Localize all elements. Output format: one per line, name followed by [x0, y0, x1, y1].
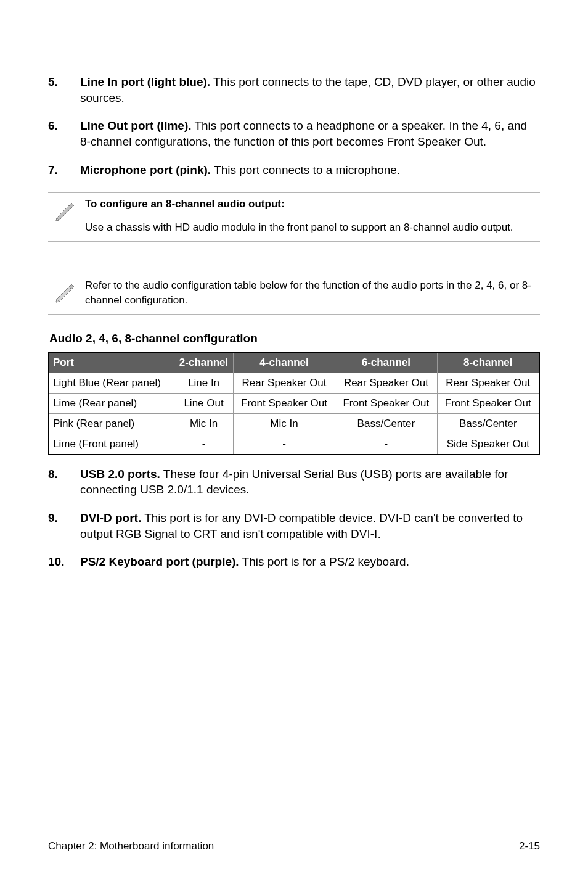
cell: Bass/Center: [437, 413, 539, 434]
cell: Rear Speaker Out: [437, 373, 539, 393]
item-body: DVI-D port. This port is for any DVI-D c…: [80, 510, 540, 542]
item-lead: Line In port (light blue).: [80, 75, 210, 88]
note-block: Refer to the audio configuration table b…: [48, 274, 540, 315]
cell: Mic In: [233, 413, 335, 434]
cell: Light Blue (Rear panel): [49, 373, 174, 393]
cell: Pink (Rear panel): [49, 413, 174, 434]
table-row: Lime (Rear panel) Line Out Front Speaker…: [49, 393, 539, 413]
note-body: Use a chassis with HD audio module in th…: [85, 220, 536, 235]
item-body: Line In port (light blue). This port con…: [80, 74, 540, 105]
cell: Rear Speaker Out: [233, 373, 335, 393]
table-row: Pink (Rear panel) Mic In Mic In Bass/Cen…: [49, 413, 539, 434]
cell: Line In: [174, 373, 234, 393]
table-row: Light Blue (Rear panel) Line In Rear Spe…: [49, 373, 539, 393]
list-item: 7. Microphone port (pink). This port con…: [48, 162, 540, 178]
table-header-row: Port 2-channel 4-channel 6-channel 8-cha…: [49, 352, 539, 373]
item-number: 9.: [48, 510, 80, 542]
item-body: USB 2.0 ports. These four 4-pin Universa…: [80, 466, 540, 498]
col-4ch: 4-channel: [233, 352, 335, 373]
item-text: This port is for any DVI-D compatible de…: [80, 511, 523, 540]
item-body: PS/2 Keyboard port (purple). This port i…: [80, 554, 540, 570]
cell: -: [233, 434, 335, 455]
cell: Mic In: [174, 413, 234, 434]
footer-chapter: Chapter 2: Motherboard information: [48, 840, 214, 852]
item-lead: Line Out port (lime).: [80, 119, 192, 132]
note-text: To configure an 8-channel audio output: …: [85, 197, 540, 235]
cell: Front Speaker Out: [233, 393, 335, 413]
note-body: Refer to the audio configuration table b…: [85, 278, 536, 308]
item-text: This port is for a PS/2 keyboard.: [239, 555, 409, 568]
item-number: 5.: [48, 74, 80, 105]
pencil-icon: [53, 278, 85, 308]
pencil-icon: [53, 197, 85, 226]
item-lead: PS/2 Keyboard port (purple).: [80, 555, 239, 568]
list-item: 8. USB 2.0 ports. These four 4-pin Unive…: [48, 466, 540, 498]
list-item: 9. DVI-D port. This port is for any DVI-…: [48, 510, 540, 542]
col-port: Port: [49, 352, 174, 373]
cell: Front Speaker Out: [335, 393, 437, 413]
cell: Lime (Front panel): [49, 434, 174, 455]
item-lead: DVI-D port.: [80, 511, 141, 524]
list-item: 10. PS/2 Keyboard port (purple). This po…: [48, 554, 540, 570]
cell: Lime (Rear panel): [49, 393, 174, 413]
list-item: 5. Line In port (light blue). This port …: [48, 74, 540, 105]
col-8ch: 8-channel: [437, 352, 539, 373]
cell: Line Out: [174, 393, 234, 413]
audio-config-table: Port 2-channel 4-channel 6-channel 8-cha…: [48, 352, 540, 455]
col-6ch: 6-channel: [335, 352, 437, 373]
item-number: 7.: [48, 162, 80, 178]
table-row: Lime (Front panel) - - - Side Speaker Ou…: [49, 434, 539, 455]
note-heading: To configure an 8-channel audio output:: [85, 197, 536, 212]
note-text: Refer to the audio configuration table b…: [85, 278, 540, 308]
table-heading: Audio 2, 4, 6, 8-channel configuration: [49, 332, 540, 345]
item-body: Microphone port (pink). This port connec…: [80, 162, 540, 178]
list-top: 5. Line In port (light blue). This port …: [48, 74, 540, 178]
list-bottom: 8. USB 2.0 ports. These four 4-pin Unive…: [48, 466, 540, 570]
page-footer: Chapter 2: Motherboard information 2-15: [48, 835, 540, 852]
col-2ch: 2-channel: [174, 352, 234, 373]
item-body: Line Out port (lime). This port connects…: [80, 118, 540, 149]
item-number: 6.: [48, 118, 80, 149]
footer-page-number: 2-15: [519, 840, 540, 852]
item-number: 10.: [48, 554, 80, 570]
cell: Side Speaker Out: [437, 434, 539, 455]
cell: Front Speaker Out: [437, 393, 539, 413]
cell: -: [335, 434, 437, 455]
item-text: This port connects to a microphone.: [211, 163, 400, 176]
cell: -: [174, 434, 234, 455]
item-lead: USB 2.0 ports.: [80, 468, 160, 481]
list-item: 6. Line Out port (lime). This port conne…: [48, 118, 540, 149]
note-block: To configure an 8-channel audio output: …: [48, 192, 540, 242]
item-number: 8.: [48, 466, 80, 498]
cell: Bass/Center: [335, 413, 437, 434]
cell: Rear Speaker Out: [335, 373, 437, 393]
item-lead: Microphone port (pink).: [80, 163, 211, 176]
